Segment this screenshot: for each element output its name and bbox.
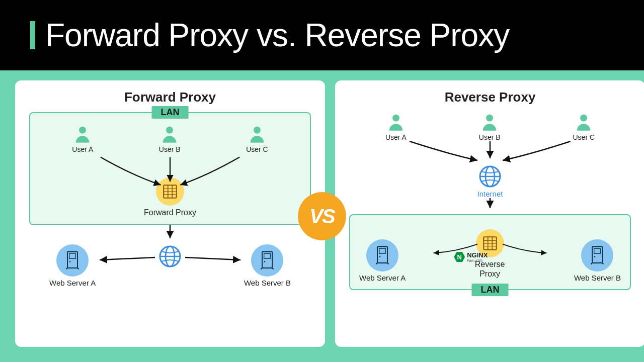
internet-label: Internet [477,190,503,198]
user-icon [72,124,93,144]
server-rack-icon [162,183,179,200]
server-label: Web Server A [359,274,406,282]
nginx-sub: Part of F5 [467,259,488,262]
user-label: User A [72,145,93,153]
svg-line-21 [272,268,274,269]
server-circle [581,239,613,272]
reverse-lan-box: LAN Web Server A Reverse Proxy [349,214,631,290]
server-label: Web Server B [574,274,621,282]
web-server-node: Web Server A [359,239,406,282]
svg-rect-28 [377,247,387,263]
reverse-user-arrows [349,141,631,163]
svg-point-30 [379,256,381,257]
forward-users-row: User A User B User C [39,124,301,153]
svg-line-12 [66,268,68,269]
server-tower-icon [590,245,605,265]
svg-rect-9 [67,252,77,268]
svg-line-43 [602,263,604,264]
server-label: Web Server B [244,279,291,287]
internet-node [158,244,182,268]
svg-line-42 [591,263,593,264]
header-accent-bar [30,21,35,49]
user-node: User B [159,124,181,153]
server-circle [56,244,89,277]
svg-rect-17 [262,252,272,268]
vs-badge: VS [298,192,346,240]
globe-icon [158,244,182,268]
forward-proxy-node: Forward Proxy [39,177,301,217]
forward-proxy-label: Forward Proxy [144,208,196,217]
svg-rect-10 [69,253,76,258]
web-server-node: Web Server B [574,239,621,282]
globe-icon [478,164,502,189]
user-icon [386,112,406,132]
header-title: Forward Proxy vs. Reverse Proxy [45,17,509,54]
user-icon [479,112,500,132]
svg-rect-39 [592,247,602,263]
user-label: User B [159,145,181,153]
user-node: User C [573,112,595,141]
svg-line-20 [261,268,263,269]
header: Forward Proxy vs. Reverse Proxy [0,0,644,70]
user-icon [247,124,267,144]
svg-line-13 [77,268,79,269]
server-tower-icon [375,245,390,265]
server-tower-icon [260,250,275,270]
svg-point-23 [486,115,493,122]
web-server-node: Web Server B [244,244,291,287]
reverse-proxy-node: Reverse Proxy N NGINX Part of F5 [475,229,505,279]
nginx-badge: N NGINX Part of F5 [454,251,488,262]
user-icon [159,124,180,144]
user-label: User A [385,133,407,141]
nginx-name: NGINX [467,251,488,259]
reverse-users-row: User A User B User C [349,112,631,141]
internet-to-proxy-arrow [349,198,631,211]
server-label: Web Server A [49,279,96,287]
svg-point-2 [254,127,261,134]
content-area: Forward Proxy LAN User A User B User C [0,70,644,362]
svg-rect-29 [379,248,386,253]
user-label: User B [479,133,501,141]
svg-rect-18 [264,253,271,258]
svg-point-41 [594,256,596,257]
svg-point-22 [392,115,399,122]
reverse-proxy-panel: Reverse Proxy User A User B User C [335,80,644,347]
svg-point-0 [79,127,86,134]
svg-point-11 [69,261,71,262]
svg-rect-40 [594,248,601,253]
forward-panel-title: Forward Proxy [29,89,311,105]
server-circle [251,244,283,277]
svg-point-19 [264,261,266,262]
user-node: User A [385,112,407,141]
reverse-lan-label: LAN [472,284,509,296]
reverse-panel-title: Reverse Proxy [349,89,631,105]
svg-point-1 [166,127,173,134]
user-icon [574,112,594,132]
svg-line-32 [387,263,389,264]
forward-proxy-panel: Forward Proxy LAN User A User B User C [15,80,325,347]
user-node: User A [72,124,93,153]
web-server-node: Web Server A [49,244,96,287]
svg-point-24 [580,115,587,122]
server-tower-icon [65,250,80,270]
user-label: User C [573,133,595,141]
proxy-circle [156,177,184,206]
reverse-internet-node: Internet [477,164,503,198]
server-rack-icon [481,235,499,252]
server-circle [366,239,398,272]
forward-lan-box: LAN User A User B User C [29,112,311,225]
forward-proxy-to-internet-arrow [29,223,311,243]
forward-lan-label: LAN [152,106,189,119]
vs-text: VS [309,205,334,228]
user-node: User B [479,112,501,141]
user-label: User C [246,145,268,153]
user-node: User C [246,124,268,153]
nginx-hex-icon: N [454,251,465,262]
svg-line-31 [376,263,378,264]
